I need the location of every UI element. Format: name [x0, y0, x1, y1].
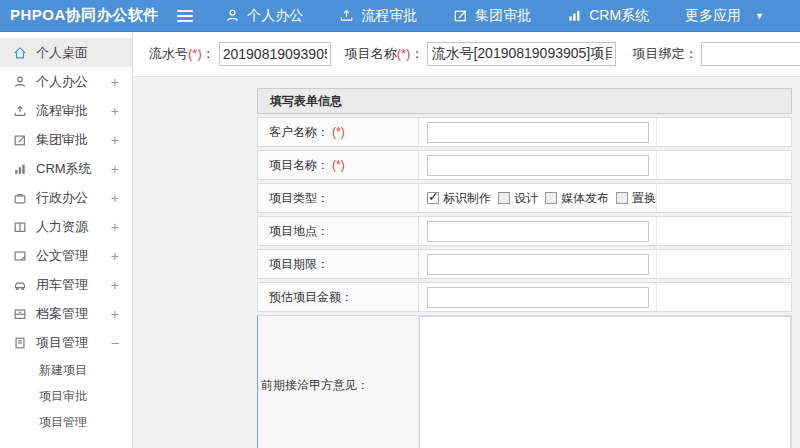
sidebar-item-label: 个人办公 [36, 73, 88, 91]
sidebar-subitem-new-project[interactable]: 新建项目 [0, 357, 132, 383]
sidebar-item-admin-office[interactable]: 行政办公 + [0, 183, 132, 212]
sidebar-item-label: 项目管理 [36, 334, 88, 352]
form-panel: 填写表单信息 客户名称：(*) 项目名称：(*) [257, 88, 792, 448]
sidebar-item-hr[interactable]: 人力资源 + [0, 212, 132, 241]
serial-input[interactable] [219, 42, 331, 66]
expand-indicator: + [111, 132, 119, 148]
project-bind-input[interactable] [701, 42, 800, 66]
record-header-bar: 流水号(*)： 项目名称(*)： 项目绑定： + [133, 32, 800, 77]
expand-indicator: + [111, 248, 119, 264]
bar-chart-icon [13, 162, 27, 176]
sidebar-item-label: CRM系统 [36, 160, 92, 178]
nav-personal-office[interactable]: 个人办公 [225, 7, 303, 25]
file-icon [13, 336, 27, 350]
checkbox-option-exchange[interactable]: 置换 [616, 190, 656, 207]
book-icon [13, 220, 27, 234]
project-location-input[interactable] [427, 221, 649, 242]
nav-label: CRM系统 [589, 7, 649, 25]
nav-more-apps[interactable]: 更多应用 [685, 7, 741, 25]
sidebar-item-personal-office[interactable]: 个人办公 + [0, 67, 132, 96]
empty-cell [657, 217, 791, 245]
pre-contact-opinion-textarea[interactable] [419, 316, 791, 448]
collapse-indicator: − [111, 335, 119, 351]
sidebar-item-crm[interactable]: CRM系统 + [0, 154, 132, 183]
field-label: 客户名称：(*) [258, 118, 419, 146]
sidebar: 个人桌面 个人办公 + 流程审批 + [0, 32, 133, 448]
form-row-project-duration: 项目期限： [257, 249, 792, 279]
sidebar-item-label: 个人桌面 [36, 44, 88, 62]
form-row-project-type: 项目类型： 标识制作 设计 媒体发布 [257, 183, 792, 213]
checkbox[interactable] [427, 192, 439, 204]
empty-cell [657, 250, 791, 278]
sidebar-subitem-label: 项目审批 [39, 388, 87, 405]
nav-label: 流程审批 [361, 7, 417, 25]
sidebar-item-label: 流程审批 [36, 102, 88, 120]
nav-workflow-approval[interactable]: 流程审批 [339, 7, 417, 25]
sidebar-item-label: 用车管理 [36, 276, 88, 294]
briefcase-icon [13, 191, 27, 205]
expand-indicator: + [111, 306, 119, 322]
upload-icon [339, 8, 354, 23]
checkbox-option-design[interactable]: 设计 [498, 190, 538, 207]
expand-indicator: + [111, 219, 119, 235]
sidebar-item-group-approval[interactable]: 集团审批 + [0, 125, 132, 154]
archive-icon [13, 307, 27, 321]
checkbox[interactable] [616, 192, 628, 204]
app-logo: PHPOA协同办公软件 [0, 6, 163, 25]
nav-crm-system[interactable]: CRM系统 [567, 7, 649, 25]
nav-group-approval[interactable]: 集团审批 [453, 7, 531, 25]
bar-chart-icon [567, 8, 582, 23]
hamburger-menu-icon[interactable] [177, 10, 193, 22]
form-row-customer-name: 客户名称：(*) [257, 117, 792, 147]
sidebar-item-label: 集团审批 [36, 131, 88, 149]
form-row-project-location: 项目地点： [257, 216, 792, 246]
checkbox-option-sign-making[interactable]: 标识制作 [427, 190, 491, 207]
person-icon [225, 8, 240, 23]
nav-label: 更多应用 [685, 7, 741, 25]
form-row-project-name: 项目名称：(*) [257, 150, 792, 180]
sidebar-item-label: 行政办公 [36, 189, 88, 207]
customer-name-input[interactable] [427, 122, 649, 143]
sidebar-item-workflow-approval[interactable]: 流程审批 + [0, 96, 132, 125]
project-name-label: 项目名称(*)： [345, 45, 424, 63]
person-icon [13, 75, 27, 89]
sidebar-item-label: 档案管理 [36, 305, 88, 323]
expand-indicator: + [111, 74, 119, 90]
checkbox-option-media-release[interactable]: 媒体发布 [545, 190, 609, 207]
sidebar-item-documents[interactable]: 公文管理 + [0, 241, 132, 270]
form-section-title: 填写表单信息 [257, 88, 792, 114]
car-icon [13, 278, 27, 292]
field-label: 前期接洽甲方意见： [258, 316, 419, 448]
sidebar-item-personal-desktop[interactable]: 个人桌面 [0, 38, 132, 67]
estimated-amount-input[interactable] [427, 287, 649, 308]
nav-label: 个人办公 [247, 7, 303, 25]
content-body: 填写表单信息 客户名称：(*) 项目名称：(*) [133, 77, 800, 448]
field-label: 项目期限： [258, 250, 419, 278]
top-navigation-bar: PHPOA协同办公软件 个人办公 流程审批 [0, 0, 800, 32]
checkbox[interactable] [545, 192, 557, 204]
empty-cell [657, 151, 791, 179]
project-name-field-input[interactable] [427, 155, 649, 176]
sidebar-item-label: 人力资源 [36, 218, 88, 236]
project-name-input[interactable] [427, 42, 616, 66]
sidebar-item-vehicle[interactable]: 用车管理 + [0, 270, 132, 299]
checkbox[interactable] [498, 192, 510, 204]
expand-indicator: + [111, 190, 119, 206]
form-row-estimated-amount: 预估项目金额： [257, 282, 792, 312]
field-label: 预估项目金额： [258, 283, 419, 311]
edit-icon [453, 8, 468, 23]
field-label: 项目地点： [258, 217, 419, 245]
sidebar-item-archive[interactable]: 档案管理 + [0, 299, 132, 328]
nav-label: 集团审批 [475, 7, 531, 25]
top-nav: 个人办公 流程审批 集团审批 CRM系统 [225, 7, 800, 25]
document-icon [13, 249, 27, 263]
sidebar-subitem-label: 项目管理 [39, 414, 87, 431]
expand-indicator: + [111, 277, 119, 293]
sidebar-subitem-project-management[interactable]: 项目管理 [0, 409, 132, 435]
project-duration-input[interactable] [427, 254, 649, 275]
empty-cell [657, 283, 791, 311]
chevron-down-icon[interactable]: ▼ [755, 11, 764, 21]
sidebar-subitem-label: 新建项目 [39, 362, 87, 379]
sidebar-subitem-project-approval[interactable]: 项目审批 [0, 383, 132, 409]
sidebar-item-project-management[interactable]: 项目管理 − [0, 328, 132, 357]
